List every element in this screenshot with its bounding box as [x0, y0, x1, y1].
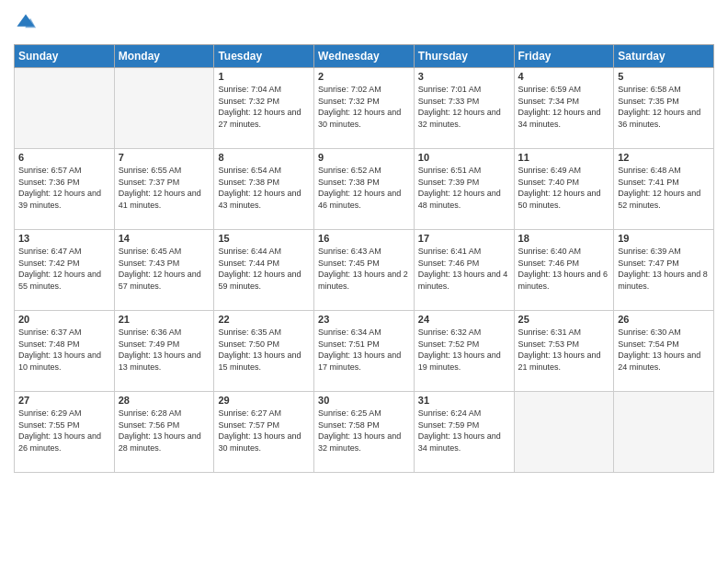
day-cell: 1Sunrise: 7:04 AM Sunset: 7:32 PM Daylig…	[214, 68, 314, 149]
logo	[14, 13, 38, 37]
day-number: 5	[618, 71, 710, 82]
day-number: 4	[518, 71, 610, 82]
day-number: 24	[418, 314, 510, 325]
day-info: Sunrise: 6:51 AM Sunset: 7:39 PM Dayligh…	[418, 165, 510, 211]
day-info: Sunrise: 6:30 AM Sunset: 7:54 PM Dayligh…	[618, 327, 710, 373]
day-info: Sunrise: 6:41 AM Sunset: 7:46 PM Dayligh…	[418, 246, 510, 292]
day-cell: 23Sunrise: 6:34 AM Sunset: 7:51 PM Dayli…	[314, 311, 415, 392]
day-number: 26	[618, 314, 710, 325]
day-number: 27	[18, 395, 110, 406]
calendar-header-row: SundayMondayTuesdayWednesdayThursdayFrid…	[15, 45, 714, 68]
day-info: Sunrise: 6:28 AM Sunset: 7:56 PM Dayligh…	[119, 408, 210, 454]
day-number: 8	[218, 152, 310, 163]
week-row-0: 1Sunrise: 7:04 AM Sunset: 7:32 PM Daylig…	[15, 68, 714, 149]
day-number: 9	[318, 152, 410, 163]
day-number: 7	[119, 152, 210, 163]
day-number: 3	[418, 71, 510, 82]
day-info: Sunrise: 6:34 AM Sunset: 7:51 PM Dayligh…	[318, 327, 410, 373]
day-number: 28	[119, 395, 210, 406]
logo-icon	[16, 13, 36, 33]
day-cell: 29Sunrise: 6:27 AM Sunset: 7:57 PM Dayli…	[214, 392, 314, 473]
day-cell	[514, 392, 614, 473]
day-cell: 15Sunrise: 6:44 AM Sunset: 7:44 PM Dayli…	[214, 230, 314, 311]
day-cell: 6Sunrise: 6:57 AM Sunset: 7:36 PM Daylig…	[15, 149, 115, 230]
day-info: Sunrise: 6:31 AM Sunset: 7:53 PM Dayligh…	[518, 327, 610, 373]
day-info: Sunrise: 6:35 AM Sunset: 7:50 PM Dayligh…	[218, 327, 310, 373]
week-row-2: 13Sunrise: 6:47 AM Sunset: 7:42 PM Dayli…	[15, 230, 714, 311]
day-info: Sunrise: 6:39 AM Sunset: 7:47 PM Dayligh…	[618, 246, 710, 292]
day-number: 14	[119, 233, 210, 244]
day-number: 18	[518, 233, 610, 244]
day-info: Sunrise: 6:44 AM Sunset: 7:44 PM Dayligh…	[218, 246, 310, 292]
day-info: Sunrise: 6:24 AM Sunset: 7:59 PM Dayligh…	[418, 408, 510, 454]
day-info: Sunrise: 6:25 AM Sunset: 7:58 PM Dayligh…	[318, 408, 410, 454]
day-cell: 10Sunrise: 6:51 AM Sunset: 7:39 PM Dayli…	[414, 149, 514, 230]
day-info: Sunrise: 6:32 AM Sunset: 7:52 PM Dayligh…	[418, 327, 510, 373]
week-row-4: 27Sunrise: 6:29 AM Sunset: 7:55 PM Dayli…	[15, 392, 714, 473]
day-cell: 25Sunrise: 6:31 AM Sunset: 7:53 PM Dayli…	[514, 311, 614, 392]
day-number: 13	[18, 233, 110, 244]
day-info: Sunrise: 6:52 AM Sunset: 7:38 PM Dayligh…	[318, 165, 410, 211]
day-cell: 22Sunrise: 6:35 AM Sunset: 7:50 PM Dayli…	[214, 311, 314, 392]
day-info: Sunrise: 6:45 AM Sunset: 7:43 PM Dayligh…	[119, 246, 210, 292]
day-info: Sunrise: 6:37 AM Sunset: 7:48 PM Dayligh…	[18, 327, 110, 373]
day-number: 23	[318, 314, 410, 325]
day-number: 15	[218, 233, 310, 244]
week-row-3: 20Sunrise: 6:37 AM Sunset: 7:48 PM Dayli…	[15, 311, 714, 392]
day-number: 1	[218, 71, 310, 82]
day-number: 30	[318, 395, 410, 406]
day-cell: 3Sunrise: 7:01 AM Sunset: 7:33 PM Daylig…	[414, 68, 514, 149]
day-info: Sunrise: 7:04 AM Sunset: 7:32 PM Dayligh…	[218, 84, 310, 130]
day-info: Sunrise: 6:40 AM Sunset: 7:46 PM Dayligh…	[518, 246, 610, 292]
day-info: Sunrise: 6:29 AM Sunset: 7:55 PM Dayligh…	[18, 408, 110, 454]
day-cell: 8Sunrise: 6:54 AM Sunset: 7:38 PM Daylig…	[214, 149, 314, 230]
day-cell: 13Sunrise: 6:47 AM Sunset: 7:42 PM Dayli…	[15, 230, 115, 311]
day-cell: 19Sunrise: 6:39 AM Sunset: 7:47 PM Dayli…	[614, 230, 714, 311]
day-cell: 30Sunrise: 6:25 AM Sunset: 7:58 PM Dayli…	[314, 392, 415, 473]
day-info: Sunrise: 7:02 AM Sunset: 7:32 PM Dayligh…	[318, 84, 410, 130]
day-cell: 7Sunrise: 6:55 AM Sunset: 7:37 PM Daylig…	[114, 149, 214, 230]
day-info: Sunrise: 6:48 AM Sunset: 7:41 PM Dayligh…	[618, 165, 710, 211]
day-number: 21	[119, 314, 210, 325]
day-cell: 11Sunrise: 6:49 AM Sunset: 7:40 PM Dayli…	[514, 149, 614, 230]
day-number: 22	[218, 314, 310, 325]
day-info: Sunrise: 6:47 AM Sunset: 7:42 PM Dayligh…	[18, 246, 110, 292]
day-cell: 24Sunrise: 6:32 AM Sunset: 7:52 PM Dayli…	[414, 311, 514, 392]
day-cell: 2Sunrise: 7:02 AM Sunset: 7:32 PM Daylig…	[314, 68, 415, 149]
page: SundayMondayTuesdayWednesdayThursdayFrid…	[0, 0, 728, 563]
day-cell: 16Sunrise: 6:43 AM Sunset: 7:45 PM Dayli…	[314, 230, 415, 311]
day-info: Sunrise: 6:54 AM Sunset: 7:38 PM Dayligh…	[218, 165, 310, 211]
day-info: Sunrise: 7:01 AM Sunset: 7:33 PM Dayligh…	[418, 84, 510, 130]
day-number: 29	[218, 395, 310, 406]
day-cell: 5Sunrise: 6:58 AM Sunset: 7:35 PM Daylig…	[614, 68, 714, 149]
day-number: 6	[18, 152, 110, 163]
day-header-tuesday: Tuesday	[214, 45, 314, 68]
day-cell: 20Sunrise: 6:37 AM Sunset: 7:48 PM Dayli…	[15, 311, 115, 392]
day-cell: 14Sunrise: 6:45 AM Sunset: 7:43 PM Dayli…	[114, 230, 214, 311]
day-cell: 21Sunrise: 6:36 AM Sunset: 7:49 PM Dayli…	[114, 311, 214, 392]
day-info: Sunrise: 6:43 AM Sunset: 7:45 PM Dayligh…	[318, 246, 410, 292]
day-cell	[114, 68, 214, 149]
day-info: Sunrise: 6:59 AM Sunset: 7:34 PM Dayligh…	[518, 84, 610, 130]
day-cell: 18Sunrise: 6:40 AM Sunset: 7:46 PM Dayli…	[514, 230, 614, 311]
day-header-saturday: Saturday	[614, 45, 714, 68]
header	[14, 9, 714, 37]
day-info: Sunrise: 6:55 AM Sunset: 7:37 PM Dayligh…	[119, 165, 210, 211]
day-number: 19	[618, 233, 710, 244]
day-cell: 17Sunrise: 6:41 AM Sunset: 7:46 PM Dayli…	[414, 230, 514, 311]
day-header-wednesday: Wednesday	[314, 45, 415, 68]
day-number: 16	[318, 233, 410, 244]
day-header-sunday: Sunday	[15, 45, 115, 68]
day-info: Sunrise: 6:58 AM Sunset: 7:35 PM Dayligh…	[618, 84, 710, 130]
calendar: SundayMondayTuesdayWednesdayThursdayFrid…	[14, 44, 714, 473]
day-number: 12	[618, 152, 710, 163]
day-header-thursday: Thursday	[414, 45, 514, 68]
day-number: 10	[418, 152, 510, 163]
day-cell: 26Sunrise: 6:30 AM Sunset: 7:54 PM Dayli…	[614, 311, 714, 392]
day-number: 11	[518, 152, 610, 163]
day-info: Sunrise: 6:49 AM Sunset: 7:40 PM Dayligh…	[518, 165, 610, 211]
day-number: 31	[418, 395, 510, 406]
day-number: 2	[318, 71, 410, 82]
day-header-monday: Monday	[114, 45, 214, 68]
day-cell: 12Sunrise: 6:48 AM Sunset: 7:41 PM Dayli…	[614, 149, 714, 230]
